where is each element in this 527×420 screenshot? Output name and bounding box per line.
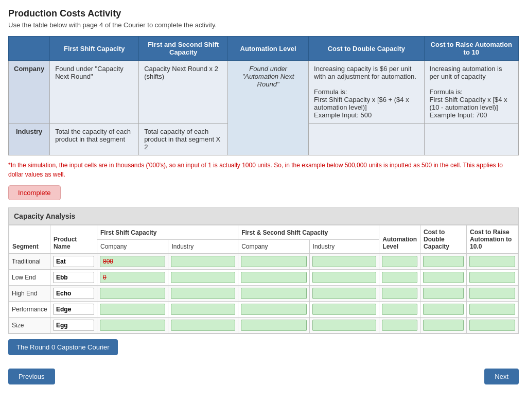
industry-first-shift-cell[interactable] <box>168 318 238 334</box>
fs2-industry-input[interactable] <box>312 320 377 331</box>
industry-first-shift-cell[interactable] <box>168 286 238 302</box>
product-name-cell[interactable] <box>50 270 97 286</box>
company-first-shift-input[interactable] <box>100 320 165 331</box>
automation-input[interactable] <box>382 256 417 267</box>
company-first-shift-cell[interactable] <box>97 270 168 286</box>
product-name-cell[interactable] <box>50 318 97 334</box>
product-name-input[interactable] <box>53 272 94 283</box>
cost-double-cell[interactable] <box>420 302 467 318</box>
cost-double-cell[interactable] <box>420 286 467 302</box>
automation-cell[interactable] <box>379 270 420 286</box>
header-cost-raise: Cost to Raise Automation to 10 <box>424 37 518 61</box>
cost-double-cell[interactable] <box>420 318 467 334</box>
table-row: Performance <box>9 302 518 318</box>
cost-double-input[interactable] <box>423 304 464 315</box>
courier-button[interactable]: The Round 0 Capstone Courier <box>8 339 118 355</box>
previous-button[interactable]: Previous <box>8 369 55 384</box>
automation-cell[interactable] <box>379 286 420 302</box>
cost-raise-cell[interactable] <box>467 318 518 334</box>
cost-raise-input[interactable] <box>469 320 515 331</box>
industry-first-shift-input[interactable] <box>171 256 235 267</box>
cost-raise-cell[interactable] <box>467 270 518 286</box>
automation-cell[interactable] <box>379 318 420 334</box>
capacity-analysis-section: Capacity Analysis Segment Product Name F… <box>8 207 519 334</box>
company-first-second: Capacity Next Round x 2 (shifts) <box>139 61 228 124</box>
company-first-shift-input[interactable] <box>100 288 165 299</box>
product-name-input[interactable] <box>53 304 94 315</box>
th-fs-industry: Industry <box>168 239 238 254</box>
industry-first-shift-cell[interactable] <box>168 270 238 286</box>
company-first-shift-cell[interactable] <box>97 302 168 318</box>
th-first-shift: First Shift Capacity <box>97 225 238 240</box>
fs2-industry-cell[interactable] <box>309 254 379 270</box>
cost-raise-cell[interactable] <box>467 302 518 318</box>
fs2-company-input[interactable] <box>241 320 306 331</box>
header-first-shift: First Shift Capacity <box>50 37 139 61</box>
page-subtitle: Use the table below with page 4 of the C… <box>8 21 519 29</box>
company-first-shift-cell[interactable] <box>97 318 168 334</box>
fs2-company-input[interactable] <box>241 256 306 267</box>
fs2-company-cell[interactable] <box>238 318 309 334</box>
industry-first-shift-input[interactable] <box>171 320 235 331</box>
cost-raise-input[interactable] <box>469 288 515 299</box>
segment-cell: Performance <box>9 302 50 318</box>
next-button[interactable]: Next <box>484 369 519 384</box>
product-name-input[interactable] <box>53 288 94 299</box>
fs2-company-cell[interactable] <box>238 254 309 270</box>
fs2-industry-cell[interactable] <box>309 318 379 334</box>
table-row: Low End <box>9 270 518 286</box>
th-first-second: First & Second Shift Capacity <box>238 225 379 240</box>
fs2-company-cell[interactable] <box>238 286 309 302</box>
industry-first-shift-input[interactable] <box>171 272 235 283</box>
cost-raise-cell[interactable] <box>467 254 518 270</box>
automation-cell[interactable] <box>379 302 420 318</box>
header-cost-double: Cost to Double Capacity <box>309 37 424 61</box>
cost-double-cell[interactable] <box>420 270 467 286</box>
product-name-input[interactable] <box>53 256 94 267</box>
industry-first-shift-input[interactable] <box>171 288 235 299</box>
product-name-cell[interactable] <box>50 286 97 302</box>
industry-first-shift-cell[interactable] <box>168 254 238 270</box>
cost-raise-input[interactable] <box>469 272 515 283</box>
fs2-industry-input[interactable] <box>312 272 377 283</box>
cost-raise-input[interactable] <box>469 304 515 315</box>
segment-cell: Traditional <box>9 254 50 270</box>
fs2-industry-cell[interactable] <box>309 270 379 286</box>
cost-double-input[interactable] <box>423 272 464 283</box>
automation-cell[interactable] <box>379 254 420 270</box>
fs2-industry-input[interactable] <box>312 304 377 315</box>
fs2-company-input[interactable] <box>241 288 306 299</box>
automation-input[interactable] <box>382 304 417 315</box>
cost-double-cell[interactable] <box>420 254 467 270</box>
company-first-shift-input[interactable] <box>100 272 165 283</box>
automation-input[interactable] <box>382 272 417 283</box>
fs2-company-cell[interactable] <box>238 270 309 286</box>
fs2-industry-cell[interactable] <box>309 286 379 302</box>
product-name-input[interactable] <box>53 320 94 331</box>
company-first-shift-cell[interactable] <box>97 286 168 302</box>
cost-double-input[interactable] <box>423 256 464 267</box>
product-name-cell[interactable] <box>50 254 97 270</box>
automation-input[interactable] <box>382 320 417 331</box>
product-name-cell[interactable] <box>50 302 97 318</box>
fs2-company-cell[interactable] <box>238 302 309 318</box>
industry-first-shift-cell[interactable] <box>168 302 238 318</box>
company-first-shift-input[interactable] <box>100 256 165 267</box>
row-label-company: Company <box>9 61 50 124</box>
automation-input[interactable] <box>382 288 417 299</box>
company-first-shift-cell[interactable] <box>97 254 168 270</box>
cost-raise-input[interactable] <box>469 256 515 267</box>
fs2-industry-cell[interactable] <box>309 302 379 318</box>
fs2-company-input[interactable] <box>241 272 306 283</box>
company-cost-raise: Increasing automation is per unit of cap… <box>424 61 518 124</box>
fs2-industry-input[interactable] <box>312 288 377 299</box>
cost-raise-cell[interactable] <box>467 286 518 302</box>
fs2-industry-input[interactable] <box>312 256 377 267</box>
th-product: Product Name <box>50 225 97 254</box>
cost-double-input[interactable] <box>423 288 464 299</box>
fs2-company-input[interactable] <box>241 304 306 315</box>
company-first-shift-input[interactable] <box>100 304 165 315</box>
th-fss-industry: Industry <box>309 239 379 254</box>
industry-first-shift-input[interactable] <box>171 304 235 315</box>
cost-double-input[interactable] <box>423 320 464 331</box>
